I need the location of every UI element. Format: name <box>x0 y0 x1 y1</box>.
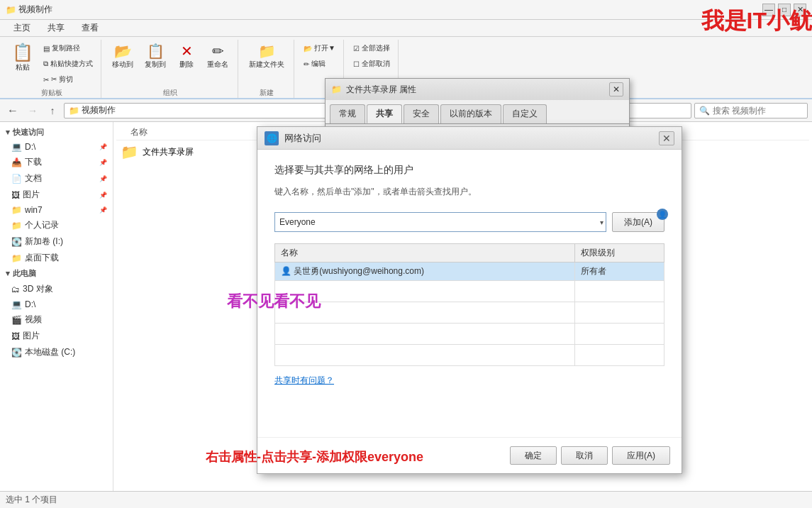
properties-dialog-icon: 📁 <box>331 84 342 94</box>
pin-icon: 📌 <box>99 143 107 150</box>
user-select-wrapper: ▾ <box>274 212 606 232</box>
permissions-table: 名称 权限级别 👤 吴世勇(wushiyong@weihong.com) 所有者 <box>274 243 664 366</box>
paste-button[interactable]: 📋 粘贴 <box>7 41 38 75</box>
pictures-icon: 🖼 <box>11 190 20 200</box>
search-icon: 🔍 <box>699 106 710 116</box>
images-icon: 🖼 <box>11 331 20 341</box>
sidebar-item-downloads[interactable]: 📥 下载 📌 <box>0 154 113 170</box>
status-bar: 选中 1 个项目 <box>0 491 812 508</box>
network-dialog-title-left: 🌐 网络访问 <box>265 131 321 145</box>
tab-view[interactable]: 查看 <box>74 19 106 36</box>
copy-path-button[interactable]: ▤ 复制路径 <box>40 41 96 55</box>
sidebar-item-3d[interactable]: 🗂 3D 对象 <box>0 281 113 297</box>
sidebar-item-d[interactable]: 💻 D:\ 📌 <box>0 140 113 154</box>
search-input[interactable] <box>713 106 812 116</box>
pin-icon-5: 📌 <box>99 206 107 214</box>
title-bar-text: 视频制作 <box>18 4 52 16</box>
share-problem-link[interactable]: 共享时有问题？ <box>274 375 664 387</box>
properties-title-left: 📁 文件共享录屏 属性 <box>331 84 416 96</box>
ribbon-tabs: 主页 共享 查看 <box>0 20 812 37</box>
quick-access-expand-icon: ▾ <box>6 128 10 137</box>
sidebar-item-drive-c[interactable]: 💽 本地磁盘 (C:) <box>0 344 113 360</box>
network-dialog-heading: 选择要与其共享的网络上的用户 <box>274 164 664 177</box>
column-permission: 权限级别 <box>575 244 664 263</box>
tab-share[interactable]: 共享 <box>40 19 72 36</box>
forward-button[interactable]: → <box>24 102 41 119</box>
sidebar-section-quick-access: ▾ 快速访问 <box>0 125 113 140</box>
table-row-empty-2 <box>275 302 664 324</box>
sidebar-item-personal[interactable]: 📁 个人记录 <box>0 217 113 233</box>
sidebar-item-desktop[interactable]: 📁 桌面下载 <box>0 250 113 266</box>
open-icon: 📂 <box>304 45 312 53</box>
tab-share[interactable]: 共享 <box>367 104 402 123</box>
sidebar-item-video[interactable]: 🎬 视频 <box>0 311 113 328</box>
folder-item-icon: 📁 <box>121 143 138 160</box>
table-row-empty-1 <box>275 281 664 302</box>
personal-icon: 📁 <box>11 221 22 231</box>
sidebar-item-d2[interactable]: 💻 D:\ <box>0 297 113 311</box>
3d-icon: 🗂 <box>11 285 20 294</box>
cut-button[interactable]: ✂ ✂ 剪切 <box>40 72 96 87</box>
paste-shortcut-icon: ⧉ <box>43 60 48 68</box>
deselect-all-button[interactable]: ☐ 全部取消 <box>350 57 394 71</box>
win7-icon: 📁 <box>11 205 22 215</box>
edit-button[interactable]: ✏ 编辑 <box>300 57 329 71</box>
file-item-name: 文件共享录屏 <box>143 146 194 158</box>
open-button[interactable]: 📂 打开▼ <box>300 41 339 55</box>
copy-to-icon: 📋 <box>147 44 165 58</box>
title-bar-icon: 📁 <box>6 5 16 15</box>
add-button-badge: 👤 <box>657 209 668 220</box>
paste-shortcut-button[interactable]: ⧉ 粘贴快捷方式 <box>40 57 96 71</box>
delete-icon: ✕ <box>181 44 193 58</box>
cancel-button[interactable]: 取消 <box>561 446 608 465</box>
add-button-label: 添加(A) <box>624 216 652 228</box>
user-input-row: ▾ 添加(A) 👤 <box>274 212 664 232</box>
sidebar-section-computer: ▾ 此电脑 <box>0 266 113 281</box>
address-bar-folder-icon: 📁 <box>69 106 79 116</box>
pin-icon-3: 📌 <box>99 175 107 182</box>
network-dialog-close-button[interactable]: ✕ <box>659 131 674 145</box>
tab-custom[interactable]: 自定义 <box>503 104 547 123</box>
tab-security[interactable]: 安全 <box>404 104 439 123</box>
user-name-input[interactable] <box>274 212 606 232</box>
column-name: 名称 <box>275 244 575 263</box>
up-button[interactable]: ↑ <box>44 102 61 119</box>
network-access-dialog: 🌐 网络访问 ✕ 选择要与其共享的网络上的用户 键入名称，然后单击"添加"，或者… <box>257 126 682 474</box>
sidebar-item-drive-i[interactable]: 💽 新加卷 (I:) <box>0 233 113 250</box>
sidebar-item-docs[interactable]: 📄 文档 📌 <box>0 170 113 187</box>
table-row[interactable]: 👤 吴世勇(wushiyong@weihong.com) 所有者 <box>275 263 664 281</box>
network-dialog-title-text: 网络访问 <box>284 132 321 145</box>
add-user-button[interactable]: 添加(A) 👤 <box>612 212 664 232</box>
copy-to-button[interactable]: 📋 复制到 <box>140 41 171 72</box>
tab-general[interactable]: 常规 <box>330 104 365 123</box>
apply-button[interactable]: 应用(A) <box>612 446 670 465</box>
watermark-hidden: 看不见看不见 <box>227 291 321 312</box>
properties-close-button[interactable]: ✕ <box>609 82 623 96</box>
computer-expand-icon: ▾ <box>6 269 10 278</box>
watermark-instruction: 右击属性-点击共享-添加权限everyone <box>206 448 423 465</box>
properties-dialog-title-bar: 📁 文件共享录屏 属性 ✕ <box>326 79 629 100</box>
tab-home[interactable]: 主页 <box>6 19 38 36</box>
tab-previous[interactable]: 以前的版本 <box>440 104 501 123</box>
back-button[interactable]: ← <box>4 102 21 119</box>
network-dialog-description: 键入名称，然后单击"添加"，或者单击箭头查找用户。 <box>274 185 664 198</box>
paste-icon: 📋 <box>12 44 33 61</box>
rename-button[interactable]: ✏ 重命名 <box>202 41 233 72</box>
new-folder-button[interactable]: 📁 新建文件夹 <box>244 41 289 72</box>
drive-c-icon: 💽 <box>11 348 22 358</box>
confirm-button[interactable]: 确定 <box>510 446 557 465</box>
sidebar-item-pictures[interactable]: 🖼 图片 📌 <box>0 187 113 203</box>
status-text: 选中 1 个项目 <box>6 494 57 506</box>
sidebar-item-win7[interactable]: 📁 win7 📌 <box>0 203 113 217</box>
delete-button[interactable]: ✕ 删除 <box>172 41 201 72</box>
desktop-icon: 📁 <box>11 253 22 263</box>
docs-icon: 📄 <box>11 174 22 184</box>
row-permission: 所有者 <box>575 263 664 281</box>
drive-icon: 💻 <box>11 142 22 152</box>
select-all-button[interactable]: ☑ 全部选择 <box>350 41 394 55</box>
select-all-icon: ☑ <box>353 45 360 53</box>
sidebar-item-images[interactable]: 🖼 图片 <box>0 328 113 344</box>
properties-dialog-title: 文件共享录屏 属性 <box>346 84 416 96</box>
properties-tabs: 常规 共享 安全 以前的版本 自定义 <box>326 100 629 124</box>
move-to-button[interactable]: 📂 移动到 <box>107 41 138 72</box>
